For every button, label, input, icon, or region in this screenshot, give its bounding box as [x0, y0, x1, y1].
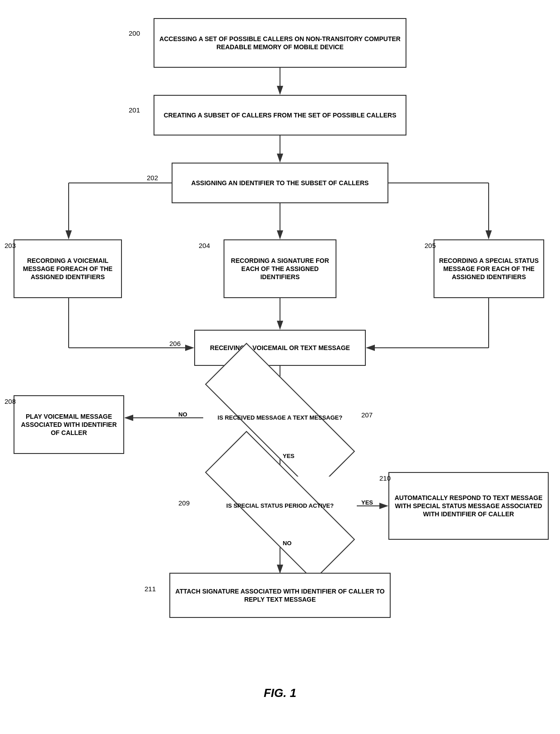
arrow-label-no-209: NO: [283, 540, 292, 547]
box-202: ASSIGNING AN IDENTIFIER TO THE SUBSET OF…: [172, 163, 388, 203]
box-204: RECORDING A SIGNATURE FOR EACH OF THE AS…: [224, 239, 336, 298]
label-203: 203: [5, 242, 16, 249]
box-204-text: RECORDING A SIGNATURE FOR EACH OF THE AS…: [228, 257, 332, 281]
box-210-text: AUTOMATICALLY RESPOND TO TEXT MESSAGE WI…: [393, 494, 544, 519]
label-204: 204: [199, 242, 210, 249]
box-202-text: ASSIGNING AN IDENTIFIER TO THE SUBSET OF…: [191, 179, 369, 187]
box-208: PLAY VOICEMAIL MESSAGE ASSOCIATED WITH I…: [14, 395, 124, 454]
diamond-209-text: IS SPECIAL STATUS PERIOD ACTIVE?: [222, 498, 338, 514]
label-201: 201: [129, 106, 140, 114]
label-206: 206: [169, 340, 181, 347]
box-206-text: RECEIVING A VOICEMAIL OR TEXT MESSAGE: [210, 344, 350, 352]
box-211-text: ATTACH SIGNATURE ASSOCIATED WITH IDENTIF…: [174, 587, 386, 603]
label-200: 200: [129, 29, 140, 37]
box-200: ACCESSING A SET OF POSSIBLE CALLERS ON N…: [154, 18, 406, 68]
label-210: 210: [379, 474, 391, 482]
diamond-207: IS RECEIVED MESSAGE A TEXT MESSAGE?: [203, 388, 357, 447]
box-205-text: RECORDING A SPECIAL STATUS MESSAGE FOR E…: [438, 257, 540, 281]
box-200-text: ACCESSING A SET OF POSSIBLE CALLERS ON N…: [158, 35, 402, 51]
diamond-207-text: IS RECEIVED MESSAGE A TEXT MESSAGE?: [213, 410, 347, 426]
label-209: 209: [178, 499, 190, 507]
diamond-209: IS SPECIAL STATUS PERIOD ACTIVE?: [203, 477, 357, 535]
label-207: 207: [361, 411, 373, 419]
box-210: AUTOMATICALLY RESPOND TO TEXT MESSAGE WI…: [388, 472, 549, 540]
box-201: CREATING A SUBSET OF CALLERS FROM THE SE…: [154, 95, 406, 136]
box-205: RECORDING A SPECIAL STATUS MESSAGE FOR E…: [434, 239, 544, 298]
box-208-text: PLAY VOICEMAIL MESSAGE ASSOCIATED WITH I…: [18, 412, 120, 437]
arrow-label-yes-209: YES: [361, 499, 373, 506]
box-201-text: CREATING A SUBSET OF CALLERS FROM THE SE…: [163, 111, 396, 119]
label-211: 211: [145, 585, 156, 593]
figure-label: FIG. 1: [264, 686, 296, 700]
box-206: RECEIVING A VOICEMAIL OR TEXT MESSAGE: [194, 330, 366, 366]
box-211: ATTACH SIGNATURE ASSOCIATED WITH IDENTIF…: [169, 573, 391, 618]
box-203: RECORDING A VOICEMAIL MESSAGE FOREACH OF…: [14, 239, 122, 298]
label-208: 208: [5, 397, 16, 405]
diagram-container: ACCESSING A SET OF POSSIBLE CALLERS ON N…: [0, 0, 560, 714]
label-205: 205: [425, 242, 436, 249]
box-203-text: RECORDING A VOICEMAIL MESSAGE FOREACH OF…: [18, 257, 117, 281]
arrow-label-no-207: NO: [178, 411, 187, 418]
arrow-label-yes-207: YES: [283, 453, 294, 459]
label-202: 202: [147, 174, 158, 182]
